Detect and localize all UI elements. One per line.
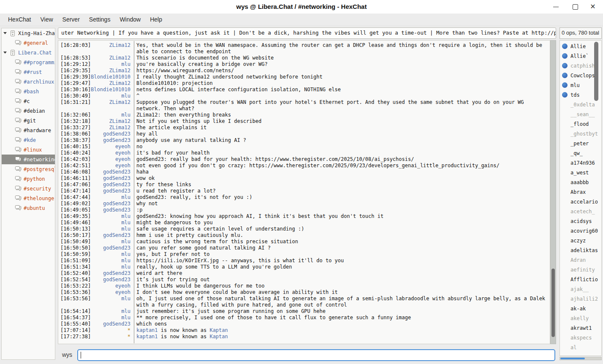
message-nick: mlu <box>89 93 133 99</box>
chat-message-row: [16:50:59] mlu yes, but I prefer not to <box>58 251 550 258</box>
minimize-button[interactable] <box>547 0 564 14</box>
message-nick: godSend23 <box>89 175 133 182</box>
channel-tree-row[interactable]: #git <box>2 116 55 125</box>
user-list-item[interactable]: acidsys <box>560 216 601 226</box>
user-list-item[interactable]: Abrax <box>560 187 601 197</box>
channel-tree-row[interactable]: #kde <box>2 135 55 145</box>
channel-tree-row[interactable]: #general <box>2 38 55 48</box>
message-timestamp: [16:49:35] <box>58 213 89 220</box>
close-button[interactable]: ✕ <box>584 0 601 14</box>
message-nick: mlu <box>89 239 133 245</box>
chat-message-row: [16:38:06] godSend23 hey all <box>58 131 550 137</box>
user-list-item[interactable]: _peter <box>560 139 601 148</box>
user-list-item[interactable]: ajhalili2 <box>560 294 601 304</box>
menu-item[interactable]: Window <box>115 14 145 26</box>
user-list-item[interactable]: akrawt1 <box>560 323 601 333</box>
expander-icon[interactable] <box>3 32 9 34</box>
chat-message-row: [16:49:05] godSend23 :p <box>58 207 550 213</box>
channel-tree-row[interactable]: #bash <box>2 87 55 96</box>
message-text: can you refer some good natural talking … <box>133 245 550 251</box>
chat-message-row: [16:29:47] ZLima12 Blondie101010: projec… <box>58 80 550 87</box>
message-text-segment: can you refer some good natural talking … <box>136 245 271 251</box>
channel-tree-row[interactable]: #c <box>2 96 55 106</box>
channel-tree-row[interactable]: #hardware <box>2 125 55 135</box>
channel-tree-row[interactable]: #linux <box>2 145 55 155</box>
message-text: I think LLMs would be dangerous for me t… <box>133 283 550 289</box>
message-nick: mlu <box>89 194 133 201</box>
channel-tree-label: #postgresql <box>24 166 55 172</box>
chat-message-row: [16:55:40] godSend23 which oens <box>58 321 550 327</box>
user-list-item[interactable]: _flood <box>560 119 601 129</box>
message-timestamp: [16:50:50] <box>58 245 89 251</box>
channel-tree-row[interactable]: Xing-Hai-Zhang <box>2 28 55 38</box>
channel-tree-row[interactable]: #networking <box>2 155 55 164</box>
channel-tree-label: #hardware <box>24 128 51 133</box>
topic-bar[interactable]: uter Networking | If you have a question… <box>58 27 556 39</box>
message-timestamp: [16:29:39] <box>58 74 89 80</box>
channel-tree-row[interactable]: Libera.Chat <box>2 48 55 57</box>
message-text: The article explains it <box>133 125 550 131</box>
channel-tree-row[interactable]: #thelounge <box>2 193 55 203</box>
message-timestamp: [16:50:59] <box>58 251 89 258</box>
channel-tree-label: Libera.Chat <box>18 50 52 56</box>
channel-tree-row[interactable]: ##rust <box>2 67 55 77</box>
user-list-item[interactable]: accelario <box>560 197 601 206</box>
user-list-item[interactable]: Adran <box>560 255 601 265</box>
user-nick: Adran <box>570 257 586 263</box>
user-list-item[interactable]: a174n936 <box>560 158 601 168</box>
message-nick: Blondie101010 <box>89 74 133 80</box>
user-list-item[interactable]: ajak__ <box>560 284 601 294</box>
channel-tree-row[interactable]: #security <box>2 184 55 193</box>
chat-message-row: [16:29:12] mlu you're basically creating… <box>58 61 550 68</box>
user-list-item[interactable]: aaabbb <box>560 177 601 187</box>
menu-item[interactable]: Server <box>58 14 84 26</box>
expander-icon[interactable] <box>3 52 9 54</box>
message-timestamp: [16:52:54] <box>58 277 89 283</box>
maximize-button[interactable] <box>567 0 584 14</box>
chat-message-row: [16:31:21] ZLima12 Suppose you plugged t… <box>58 99 550 112</box>
user-list-item[interactable]: al <box>560 342 601 352</box>
userlist-horizontal-scrollbar[interactable] <box>560 357 602 360</box>
menu-item[interactable]: HexChat <box>3 14 35 26</box>
menu-item[interactable]: View <box>35 14 57 26</box>
user-nick: acovrig60 <box>570 228 598 234</box>
user-list-item[interactable]: adeliktas <box>560 245 601 255</box>
user-list-item[interactable]: akspecs <box>560 333 601 342</box>
user-list-item[interactable]: Afflictio <box>560 274 601 284</box>
message-text: godSend23: really bad for your health: h… <box>133 156 550 163</box>
user-list-item[interactable]: akelly <box>560 313 601 323</box>
chat-message-row: [16:52:40] godSend23 weird art there <box>58 270 550 277</box>
user-list-item[interactable]: ak-ak <box>560 304 601 313</box>
chat-scrollbar-thumb[interactable] <box>551 269 555 337</box>
message-text-segment: kaptan1 <box>136 327 158 333</box>
channel-tree-row[interactable]: #postgresql <box>2 164 55 174</box>
chat-scrollbar[interactable] <box>550 40 556 344</box>
user-list-item[interactable]: aefinity <box>560 265 601 274</box>
user-list-item[interactable]: aczyz <box>560 236 601 245</box>
message-text-segment: godSend23: knowing how you approach AI, … <box>136 213 383 219</box>
user-list-item[interactable]: _0xdelta <box>560 100 601 109</box>
userlist-scrollbar-thumb[interactable] <box>594 42 598 101</box>
user-list-item[interactable]: acovrig60 <box>560 226 601 236</box>
user-list-item[interactable]: a_west <box>560 168 601 177</box>
channel-tree-row[interactable]: #ubuntu <box>2 203 55 213</box>
message-timestamp: [16:47:14] <box>58 188 89 194</box>
user-list-item[interactable]: __sean__ <box>560 109 601 119</box>
menu-item[interactable]: Settings <box>84 14 115 26</box>
channel-tree-row[interactable]: #archlinux <box>2 77 55 87</box>
channel-tree-row[interactable]: ##programming <box>2 57 55 67</box>
user-list-item[interactable]: _qw_ <box>560 148 601 158</box>
user-list-item[interactable]: _ghostbyt <box>560 129 601 139</box>
message-timestamp: [16:50:49] <box>58 239 89 245</box>
channel-tree-row[interactable]: #debian <box>2 106 55 116</box>
channel-tree-row[interactable]: #python <box>2 174 55 184</box>
channel-icon <box>15 127 22 134</box>
message-nick: mlu <box>89 258 133 264</box>
menu-item[interactable]: Help <box>145 14 167 26</box>
message-input[interactable] <box>77 349 555 361</box>
message-nick: godSend23 <box>89 169 133 175</box>
userlist-hscrollbar-thumb[interactable] <box>560 358 585 359</box>
message-text-segment: Kaptan <box>209 327 228 333</box>
chat-message-row: [16:54:37] mlu ** more precisely, I used… <box>58 315 550 321</box>
user-list-item[interactable]: acetech_ <box>560 206 601 216</box>
